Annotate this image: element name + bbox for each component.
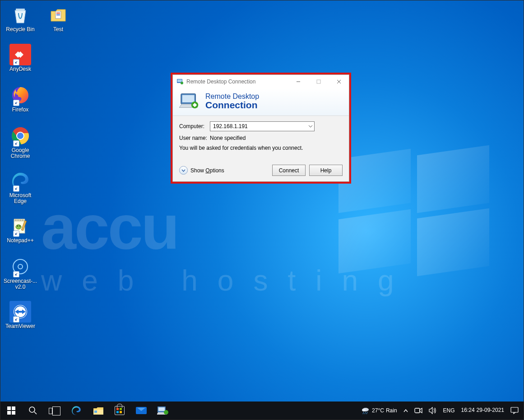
svg-point-12 [20,220,21,221]
desktop-icon-anydesk[interactable]: AnyDesk [3,44,37,72]
taskbar-app-mail[interactable] [130,402,152,420]
desktop-icon-label: Notepad++ [3,238,37,244]
svg-point-13 [22,220,23,221]
notepadpp-icon [9,215,31,237]
tray-clock[interactable]: 16:24 29-09-2021 [458,402,507,420]
show-options-button[interactable]: Show Options [179,166,224,175]
tray-overflow-button[interactable] [400,402,411,420]
svg-rect-0 [16,9,25,10]
desktop-icon-notepadpp[interactable]: Notepad++ [3,215,37,244]
firefox-icon [9,84,31,106]
svg-point-11 [18,220,19,221]
rdc-banner-icon [179,92,201,111]
svg-point-19 [18,264,23,269]
tray-meet-now[interactable] [411,402,426,420]
close-button[interactable] [329,75,349,88]
search-button[interactable] [22,402,44,420]
taskbar-app-rdc[interactable] [152,402,174,420]
desktop-icon-recycle-bin[interactable]: Recycle Bin [3,4,37,32]
desktop-icon-label: AnyDesk [3,66,37,72]
credentials-hint: You will be asked for credentials when y… [179,145,343,151]
svg-rect-2 [56,13,60,14]
svg-point-49 [362,409,366,411]
desktop-icon-label: TeamViewer [3,323,37,329]
svg-point-15 [17,226,18,226]
windows-logo-icon [7,406,15,415]
desktop-icon-test-folder[interactable]: Test [41,4,75,32]
recycle-bin-icon [9,4,31,26]
svg-point-14 [16,225,21,229]
svg-line-52 [366,412,367,414]
desktop-icon-teamviewer[interactable]: TeamViewer [3,301,37,329]
desktop-icon-firefox[interactable]: Firefox [3,84,37,113]
search-icon [28,406,37,415]
desktop-icon-edge[interactable]: Microsoft Edge [3,170,37,204]
svg-point-37 [29,407,35,412]
clock-time: 16:24 [461,407,475,414]
rdc-titlebar[interactable]: Remote Desktop Connection [173,75,349,88]
start-button[interactable] [0,402,22,420]
svg-line-38 [34,412,37,414]
svg-rect-53 [415,408,420,413]
taskbar-app-explorer[interactable] [87,402,109,420]
svg-point-25 [181,82,183,84]
svg-point-16 [19,226,20,226]
svg-line-51 [365,412,366,414]
volume-icon [429,407,437,414]
taskbar[interactable]: 27°C Rain ENG 16:24 29-09-2021 [0,402,524,420]
folder-icon [47,4,69,26]
rdc-titlebar-icon [176,78,184,85]
shortcut-arrow-icon [13,185,19,192]
computer-label: Computer: [179,123,210,129]
weather-widget[interactable]: 27°C Rain [358,402,400,420]
svg-rect-27 [317,80,320,83]
desktop-icon-label: Google Chrome [3,148,37,159]
tray-language[interactable]: ENG [440,402,458,420]
weather-rain-icon [361,406,370,415]
desktop-icon-label: Firefox [3,107,37,113]
taskview-button[interactable] [44,402,65,420]
file-explorer-icon [93,406,103,415]
svg-rect-33 [7,406,11,410]
weather-temp: 27°C [372,407,384,414]
username-label: User name: [179,135,210,141]
taskbar-app-store[interactable] [109,402,130,420]
clock-date: 29-09-2021 [477,407,504,414]
shortcut-arrow-icon [13,271,19,277]
desktop-icon-label: Test [41,27,75,32]
mail-icon [136,407,147,414]
shortcut-arrow-icon [13,59,19,65]
rdc-highlight-border: Remote Desktop Connection Remote Deskto [171,73,351,184]
maximize-button[interactable] [308,75,329,88]
desktop[interactable]: Recycle Bin Test AnyDesk [0,0,524,402]
rdc-window-title: Remote Desktop Connection [186,78,255,85]
desktop-icon-chrome[interactable]: Google Chrome [3,125,37,159]
chevron-up-icon [403,409,408,412]
meet-now-icon [414,407,422,414]
chrome-icon [9,125,31,147]
tray-action-center[interactable] [507,402,522,420]
taskbar-app-edge[interactable] [65,402,87,420]
svg-rect-44 [120,411,122,413]
connect-button[interactable]: Connect [272,165,306,176]
ms-store-icon [115,406,125,415]
desktop-icon-label: Recycle Bin [3,27,37,32]
svg-point-7 [17,133,23,139]
rdc-window[interactable]: Remote Desktop Connection Remote Deskto [172,74,349,182]
svg-point-10 [15,220,16,221]
expand-down-icon [179,166,188,175]
tray-volume[interactable] [426,402,440,420]
help-button[interactable]: Help [309,165,343,176]
computer-combobox[interactable] [210,121,315,131]
screencast-icon [9,256,31,277]
notification-icon [510,407,519,414]
rdc-taskbar-icon [157,406,169,415]
rdc-banner-line1: Remote Desktop [205,93,259,101]
computer-input[interactable] [210,121,315,131]
svg-rect-42 [120,408,122,410]
svg-rect-46 [158,407,165,411]
svg-rect-34 [12,406,15,410]
shortcut-arrow-icon [13,316,19,323]
desktop-icon-screencast[interactable]: Screencast-... v2.0 [3,256,37,290]
minimize-button[interactable] [288,75,308,88]
